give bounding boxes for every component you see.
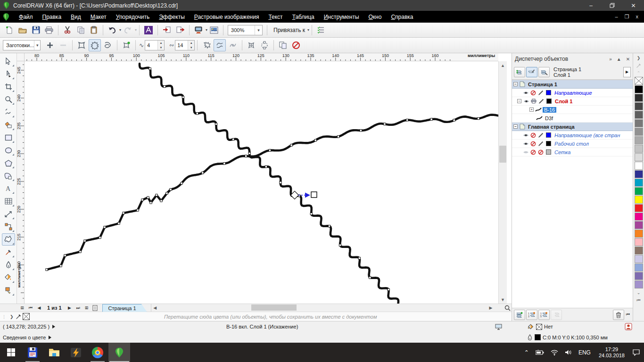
wifi-icon[interactable] xyxy=(548,350,561,355)
convert-curves-icon[interactable] xyxy=(258,39,271,51)
distortion-preset-combo[interactable]: Заготовки...▾ xyxy=(3,40,41,50)
import-icon[interactable] xyxy=(161,24,173,36)
last-page-button[interactable]: ⏭ xyxy=(74,304,83,312)
vertical-ruler[interactable]: 245240235230225220215210миллиметры xyxy=(17,61,25,304)
color-swatch-21[interactable] xyxy=(635,263,643,272)
open-folder-icon[interactable] xyxy=(17,24,29,36)
menu-11[interactable]: Справка xyxy=(386,12,418,22)
palette-expand-left-icon[interactable]: ⏮ xyxy=(633,296,644,304)
menu-9[interactable]: Инструменты xyxy=(319,12,364,22)
smart-fill-tool-icon[interactable] xyxy=(2,119,15,131)
color-swatch-23[interactable] xyxy=(635,280,643,288)
tray-clock[interactable]: 17:29 24.03.2018 xyxy=(595,346,628,359)
outline-pen-tool-icon[interactable] xyxy=(2,259,15,271)
scroll-down-arrow[interactable]: ▼ xyxy=(499,296,507,304)
page-tab[interactable]: Страница 1 xyxy=(102,304,147,312)
welcome-screen-icon[interactable] xyxy=(208,24,220,36)
no-color-swatch[interactable] xyxy=(23,313,30,320)
edit-across-layers-button[interactable] xyxy=(526,67,537,77)
show-object-properties-button[interactable] xyxy=(514,67,525,77)
taskbar-chrome-icon[interactable] xyxy=(87,343,108,362)
page-sorter-icon[interactable] xyxy=(91,304,99,312)
color-swatch-12[interactable] xyxy=(635,187,643,195)
eye-off-icon[interactable] xyxy=(522,149,529,155)
new-distortion-icon[interactable] xyxy=(120,39,132,51)
copy-distortion-icon[interactable] xyxy=(277,39,289,51)
clear-distortion-icon[interactable] xyxy=(290,39,302,51)
random-distortion-icon[interactable] xyxy=(200,39,213,51)
redo-icon[interactable] xyxy=(122,24,134,36)
distort-tool-icon[interactable] xyxy=(2,233,15,246)
options-icon[interactable] xyxy=(315,24,327,36)
dimension-tool-icon[interactable] xyxy=(2,208,15,220)
eyedropper-tool-icon[interactable] xyxy=(2,246,15,258)
scroll-up-arrow[interactable]: ▲ xyxy=(499,61,507,69)
new-master-layer-odd-pages-button[interactable]: 15 xyxy=(538,310,550,320)
zoom-level-combo[interactable]: 300%▾ xyxy=(228,25,263,35)
center-distortion-icon[interactable] xyxy=(245,39,257,51)
menu-8[interactable]: Таблица xyxy=(288,12,319,22)
color-swatch-8[interactable] xyxy=(635,153,643,161)
horizontal-ruler[interactable]: 8085909510010511011512012513013514014515… xyxy=(25,53,498,61)
expander-icon[interactable]: − xyxy=(517,99,521,103)
horizontal-scrollbar[interactable]: ◀ ▶ xyxy=(151,304,503,312)
tree-row-6[interactable]: Направляющие (все стран xyxy=(512,131,633,140)
export-icon[interactable] xyxy=(174,24,186,36)
printer-icon[interactable] xyxy=(530,99,537,104)
tree-row-3[interactable]: +B-16 xyxy=(512,106,633,114)
color-swatch-11[interactable] xyxy=(635,179,643,187)
ruler-corner[interactable] xyxy=(17,53,25,61)
action-center-icon[interactable] xyxy=(630,349,642,356)
menu-3[interactable]: Макет xyxy=(86,12,111,22)
pick-tool-icon[interactable] xyxy=(2,55,15,67)
color-swatch-4[interactable] xyxy=(635,119,643,127)
palette-scroll-down-icon[interactable]: ⌄ xyxy=(633,289,644,296)
layer-color-chip[interactable] xyxy=(546,99,552,104)
taskbar-total-commander-icon[interactable] xyxy=(22,343,43,362)
fill-tool-icon[interactable] xyxy=(2,272,15,284)
interactive-fill-tool-icon[interactable] xyxy=(2,284,15,296)
layer-color-chip[interactable] xyxy=(546,141,551,146)
volume-icon[interactable] xyxy=(562,349,574,355)
pencil-icon[interactable] xyxy=(537,132,544,138)
add-preset-icon[interactable] xyxy=(44,39,56,51)
color-swatch-14[interactable] xyxy=(635,204,643,212)
new-document-icon[interactable] xyxy=(3,24,16,36)
tree-row-7[interactable]: Рабочий стол xyxy=(512,140,633,148)
palette-grip[interactable]: ⋮ xyxy=(0,314,8,319)
doc-minimize-button[interactable]: – xyxy=(615,14,618,20)
connector-tool-icon[interactable] xyxy=(2,221,15,233)
docker-collapse-icon[interactable]: ▲ xyxy=(617,57,621,62)
zipper-frequency-spinner[interactable]: 14▲▼ xyxy=(175,40,195,50)
print-icon[interactable] xyxy=(43,24,55,36)
launcher-dropdown-caret[interactable]: ▾ xyxy=(206,28,207,32)
next-page-button[interactable]: ▶ xyxy=(66,304,74,312)
freehand-tool-icon[interactable] xyxy=(2,106,15,118)
scroll-left-arrow[interactable]: ◀ xyxy=(151,304,159,312)
color-swatch-16[interactable] xyxy=(635,221,643,229)
ellipse-tool-icon[interactable] xyxy=(2,144,15,156)
delete-layer-button[interactable] xyxy=(613,310,624,320)
menu-6[interactable]: Растровые изображения xyxy=(190,12,264,22)
taskbar-winamp-icon[interactable] xyxy=(65,343,87,362)
local-distortion-icon[interactable] xyxy=(227,39,239,51)
layer-color-chip[interactable] xyxy=(546,132,551,138)
tree-row-8[interactable]: Сетка xyxy=(512,148,633,156)
horizontal-scroll-thumb[interactable] xyxy=(251,304,297,311)
paste-icon[interactable] xyxy=(88,24,100,36)
first-page-button[interactable]: ⏮ xyxy=(26,304,35,312)
push-pull-distortion-icon[interactable] xyxy=(75,39,88,51)
layer-manager-view-button[interactable] xyxy=(538,67,550,77)
color-swatch-6[interactable] xyxy=(635,136,643,144)
polygon-tool-icon[interactable] xyxy=(2,157,15,169)
undo-dropdown-caret[interactable]: ▾ xyxy=(119,28,121,32)
doc-close-button[interactable]: x xyxy=(636,14,639,20)
app-launcher-icon[interactable] xyxy=(192,24,205,36)
palette-flyout-icon[interactable]: ❯ xyxy=(633,54,644,62)
vertical-scrollbar[interactable]: ▲ ▼ xyxy=(498,61,507,304)
eye-icon[interactable] xyxy=(522,132,529,138)
tree-page-row-0[interactable]: −Страница 1 xyxy=(512,80,633,89)
expander-icon[interactable]: + xyxy=(529,107,534,112)
menu-10[interactable]: Окно xyxy=(364,12,387,22)
zipper-amplitude-spinner[interactable]: 4▲▼ xyxy=(145,40,165,50)
